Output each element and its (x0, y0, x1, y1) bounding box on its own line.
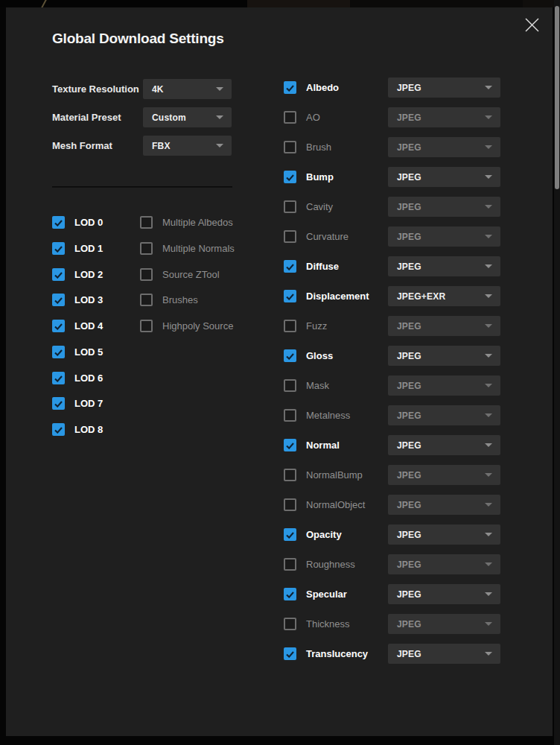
background-photo-fragment (350, 0, 523, 7)
metalness-checkbox[interactable] (284, 409, 296, 422)
lod-5-checkbox[interactable] (52, 346, 65, 358)
gloss-format-select[interactable]: JPEG (388, 346, 500, 366)
metalness-label: Metalness (306, 405, 350, 425)
dialog-title: Global Download Settings (52, 31, 224, 47)
map-row-bump: BumpJPEG (284, 167, 500, 187)
ao-format-select[interactable]: JPEG (388, 107, 500, 127)
curvature-format-select[interactable]: JPEG (388, 226, 500, 247)
lod-3-checkbox[interactable] (52, 294, 65, 306)
lod-6-checkbox[interactable] (52, 372, 65, 384)
mask-format-select[interactable]: JPEG (388, 375, 500, 396)
check-icon (54, 320, 63, 333)
lod-2-checkbox[interactable] (52, 268, 65, 281)
map-row-cavity: CavityJPEG (284, 197, 500, 217)
bump-format-select[interactable]: JPEG (388, 167, 500, 187)
gloss-checkbox[interactable] (284, 349, 296, 362)
background-photo-fragment (247, 0, 350, 7)
close-button[interactable] (521, 14, 542, 35)
normalobject-format-select[interactable]: JPEG (388, 495, 500, 515)
fuzz-format-select[interactable]: JPEG (388, 316, 500, 336)
opacity-checkbox[interactable] (284, 528, 296, 541)
background-photo-fragment (40, 0, 47, 7)
source-option-row-brushes: Brushes (140, 294, 198, 306)
lod-row-2: LOD 2 (52, 268, 103, 281)
translucency-format-select[interactable]: JPEG (388, 644, 500, 664)
map-row-opacity: OpacityJPEG (284, 524, 500, 545)
cavity-checkbox[interactable] (284, 200, 296, 213)
lod-1-label: LOD 1 (74, 243, 103, 254)
check-icon (286, 171, 294, 184)
thickness-checkbox[interactable] (284, 618, 296, 630)
scrollbar-track[interactable] (554, 0, 560, 745)
lod-0-checkbox[interactable] (52, 216, 65, 229)
chevron-down-icon (485, 652, 492, 656)
chevron-down-icon (485, 562, 492, 566)
opacity-label: Opacity (306, 524, 342, 545)
source-ztool-checkbox[interactable] (140, 268, 153, 281)
lod-8-checkbox[interactable] (52, 423, 65, 436)
diffuse-format-select[interactable]: JPEG (388, 256, 500, 276)
normal-checkbox[interactable] (284, 439, 296, 451)
albedo-format-select[interactable]: JPEG (388, 77, 500, 98)
normalbump-checkbox[interactable] (284, 469, 296, 481)
displacement-checkbox[interactable] (284, 290, 296, 302)
fuzz-checkbox[interactable] (284, 320, 296, 332)
mask-format-select-value: JPEG (397, 381, 421, 391)
diffuse-checkbox[interactable] (284, 260, 296, 273)
brush-checkbox[interactable] (284, 141, 296, 153)
cavity-format-select[interactable]: JPEG (388, 197, 500, 217)
brush-format-select[interactable]: JPEG (388, 137, 500, 157)
displacement-label: Displacement (306, 286, 369, 306)
albedo-checkbox[interactable] (284, 81, 296, 94)
map-row-brush: BrushJPEG (284, 137, 500, 157)
thickness-format-select[interactable]: JPEG (388, 614, 500, 634)
roughness-format-select[interactable]: JPEG (388, 554, 500, 574)
translucency-checkbox[interactable] (284, 647, 296, 660)
brush-format-select-value: JPEG (397, 142, 421, 153)
lod-row-0: LOD 0 (52, 216, 103, 229)
check-icon (54, 346, 63, 359)
curvature-checkbox[interactable] (284, 230, 296, 243)
lod-row-7: LOD 7 (52, 397, 103, 410)
lod-2-label: LOD 2 (74, 269, 103, 280)
normal-format-select[interactable]: JPEG (388, 435, 500, 455)
ao-checkbox[interactable] (284, 111, 296, 124)
map-row-specular: SpecularJPEG (284, 584, 500, 604)
ao-format-select-value: JPEG (397, 112, 421, 123)
mesh-format-select[interactable]: FBX (143, 136, 232, 156)
specular-format-select[interactable]: JPEG (388, 584, 500, 604)
scrollbar-thumb[interactable] (555, 6, 559, 189)
map-row-ao: AOJPEG (284, 107, 500, 127)
normalobject-label: NormalObject (306, 495, 365, 515)
source-ztool-label: Source ZTool (162, 269, 220, 280)
displacement-format-select[interactable]: JPEG+EXR (388, 286, 500, 306)
displacement-format-select-value: JPEG+EXR (397, 291, 445, 302)
roughness-checkbox[interactable] (284, 558, 296, 571)
highpoly-source-checkbox[interactable] (140, 320, 153, 332)
map-row-mask: MaskJPEG (284, 375, 500, 396)
lod-1-checkbox[interactable] (52, 242, 65, 255)
thickness-format-select-value: JPEG (397, 619, 421, 630)
brushes-checkbox[interactable] (140, 294, 153, 306)
specular-checkbox[interactable] (284, 588, 296, 600)
metalness-format-select[interactable]: JPEG (388, 405, 500, 425)
multiple-albedos-checkbox[interactable] (140, 216, 153, 229)
opacity-format-select[interactable]: JPEG (388, 524, 500, 545)
lod-7-checkbox[interactable] (52, 397, 65, 410)
mask-checkbox[interactable] (284, 379, 296, 392)
material-preset-select-value: Custom (152, 112, 186, 123)
check-icon (286, 588, 294, 601)
bump-checkbox[interactable] (284, 171, 296, 183)
normalobject-checkbox[interactable] (284, 498, 296, 511)
specular-format-select-value: JPEG (397, 589, 421, 600)
chevron-down-icon (485, 533, 492, 536)
multiple-normals-checkbox[interactable] (140, 242, 153, 255)
texture-resolution-select[interactable]: 4K (143, 79, 232, 99)
normalbump-format-select[interactable]: JPEG (388, 465, 500, 485)
material-preset-select[interactable]: Custom (143, 107, 232, 127)
normalbump-format-select-value: JPEG (397, 470, 421, 481)
app-window: Global Download Settings Texture Resolut… (0, 0, 560, 745)
map-row-thickness: ThicknessJPEG (284, 614, 500, 634)
lod-4-checkbox[interactable] (52, 320, 65, 332)
fuzz-label: Fuzz (306, 316, 327, 336)
